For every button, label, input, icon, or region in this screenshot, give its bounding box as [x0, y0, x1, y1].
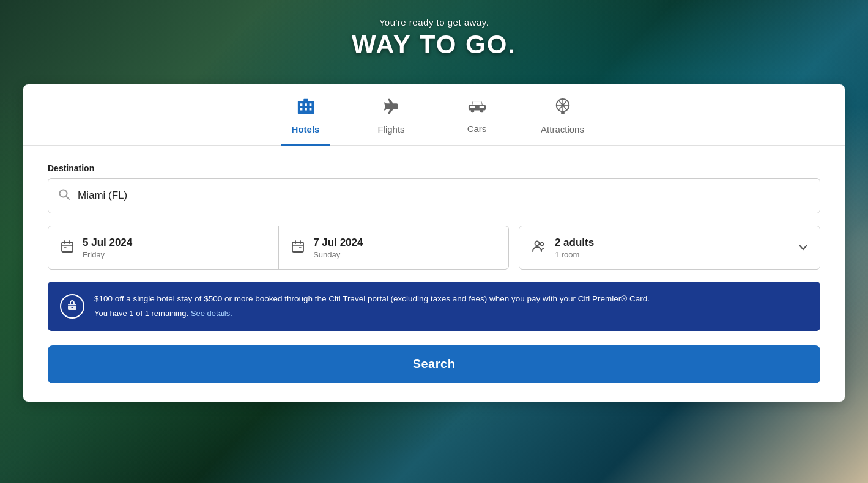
svg-rect-5 [305, 108, 307, 111]
tab-cars[interactable]: Cars [453, 98, 502, 144]
svg-point-32 [535, 241, 539, 245]
promo-text: $100 off a single hotel stay of $500 or … [94, 293, 650, 320]
svg-line-21 [67, 196, 70, 199]
checkout-calendar-icon [291, 240, 305, 256]
checkout-field[interactable]: 7 Jul 2024 Sunday [279, 226, 508, 269]
tab-flights-label: Flights [377, 124, 404, 135]
svg-rect-27 [292, 242, 303, 252]
svg-rect-35 [72, 307, 73, 308]
svg-rect-6 [309, 108, 311, 111]
destination-input[interactable] [78, 190, 810, 202]
svg-point-10 [480, 109, 483, 112]
guests-field[interactable]: 2 adults 1 room [519, 226, 820, 270]
hotel-icon [297, 97, 315, 119]
checkin-date: 5 Jul 2024 [83, 237, 132, 249]
checkout-date: 7 Jul 2024 [313, 237, 363, 249]
tab-flights[interactable]: Flights [367, 98, 416, 144]
svg-rect-7 [303, 99, 308, 103]
guests-info: 2 adults 1 room [555, 237, 799, 259]
tab-cars-label: Cars [467, 124, 487, 134]
tab-bar: Hotels Flights Cars [23, 84, 845, 146]
hero-title: WAY TO GO. [0, 30, 868, 59]
destination-field[interactable] [48, 178, 820, 213]
promo-banner: $100 off a single hotel stay of $500 or … [48, 282, 820, 331]
svg-point-20 [60, 190, 67, 197]
svg-rect-19 [561, 111, 565, 114]
rooms-count: 1 room [555, 250, 799, 259]
checkin-calendar-icon [61, 240, 74, 256]
svg-rect-2 [305, 103, 307, 106]
tab-attractions[interactable]: Attractions [538, 98, 587, 144]
checkin-day: Friday [83, 250, 132, 259]
promo-main-text: $100 off a single hotel stay of $500 or … [94, 293, 650, 305]
checkout-day: Sunday [313, 250, 363, 259]
attractions-icon [554, 98, 571, 119]
search-icon [58, 188, 70, 204]
guests-count: 2 adults [555, 237, 799, 249]
svg-rect-11 [470, 106, 475, 108]
svg-point-33 [540, 242, 543, 245]
tab-hotels[interactable]: Hotels [281, 97, 330, 146]
promo-remaining: You have 1 of 1 remaining. See details. [94, 308, 650, 320]
promo-icon [60, 294, 84, 319]
checkout-info: 7 Jul 2024 Sunday [313, 237, 363, 259]
hero-section: You're ready to get away. WAY TO GO. [0, 0, 868, 59]
hero-subtitle: You're ready to get away. [0, 17, 868, 28]
see-details-link[interactable]: See details. [191, 309, 232, 318]
checkin-info: 5 Jul 2024 Friday [83, 237, 132, 259]
search-card: Hotels Flights Cars [23, 84, 845, 402]
svg-rect-4 [300, 108, 302, 111]
svg-rect-3 [309, 103, 311, 106]
tab-attractions-label: Attractions [541, 124, 584, 135]
cars-icon [468, 98, 486, 119]
guests-icon [532, 239, 546, 257]
search-button[interactable]: Search [48, 345, 820, 383]
svg-rect-0 [297, 101, 313, 114]
tab-hotels-label: Hotels [292, 124, 320, 135]
checkin-field[interactable]: 5 Jul 2024 Friday [48, 226, 278, 269]
guests-dropdown-icon [799, 243, 807, 253]
destination-label: Destination [48, 163, 820, 173]
hotel-search-form: Destination [23, 163, 845, 331]
svg-point-9 [470, 109, 474, 112]
search-button-wrap: Search [23, 345, 845, 383]
svg-rect-22 [62, 242, 73, 252]
svg-rect-1 [300, 103, 302, 106]
svg-rect-12 [479, 106, 484, 108]
flights-icon [383, 98, 400, 119]
